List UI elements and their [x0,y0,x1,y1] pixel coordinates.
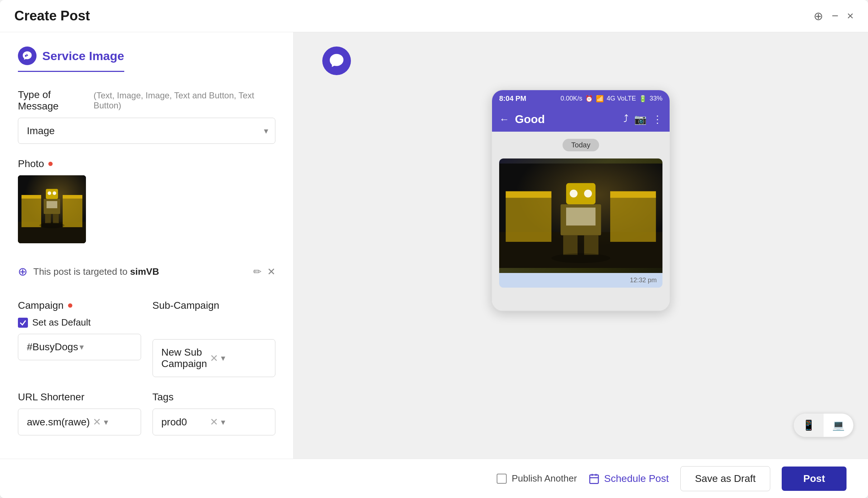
svg-rect-13 [53,214,59,223]
device-toggle: 📱 💻 [794,413,854,437]
right-panel: 8:04 PM 0.00K/s ⏰ 📶 4G VoLTE 🔋 33% ← Goo… [294,32,868,459]
svg-point-8 [48,191,51,195]
svg-point-9 [53,191,56,195]
tab-section: Service Image [18,47,275,72]
svg-rect-26 [566,208,595,225]
mobile-view-button[interactable]: 📱 [794,414,824,437]
tags-label: Tags [153,391,276,403]
viber-tab-icon [18,47,37,65]
campaign-col: Campaign Set as Default #BusyDogs ▾ [18,300,141,377]
target-info: ⊕ This post is targeted to simVB ✏ ✕ [18,258,275,285]
url-shortener-label: URL Shortener [18,391,141,403]
save-draft-button[interactable]: Save as Draft [680,466,771,491]
phone-status-bar: 8:04 PM 0.00K/s ⏰ 📶 4G VoLTE 🔋 33% [492,90,670,107]
sub-campaign-col: Sub-Campaign New Sub Campaign ✕ ▾ [153,300,276,377]
tags-col: Tags prod0 ✕ ▾ [153,391,276,435]
phone-header-icons: ⤴ 📷 ⋮ [623,113,662,125]
url-shortener-select[interactable]: awe.sm(rawe) ✕ ▾ [18,409,141,435]
svg-rect-6 [63,195,82,199]
tags-chevron-icon[interactable]: ▾ [221,417,266,427]
svg-rect-3 [21,197,41,227]
set-default-label: Set as Default [32,317,91,328]
sub-campaign-chevron-icon[interactable]: ▾ [221,353,266,363]
tags-select[interactable]: prod0 ✕ ▾ [153,409,276,435]
dialog-title: Create Post [14,8,90,24]
phone-alarm-icon: ⏰ [585,95,593,103]
url-shortener-chevron-icon[interactable]: ▾ [104,417,132,427]
phone-message-time: 12:32 pm [499,273,662,288]
campaign-select[interactable]: #BusyDogs ▾ [18,334,141,360]
pin-icon[interactable]: ⊕ [814,9,823,23]
phone-preview-scene [499,158,662,273]
required-indicator [48,162,53,166]
set-default-checkbox[interactable] [18,318,28,328]
header-actions: ⊕ − × [814,9,854,23]
schedule-post-button[interactable]: Schedule Post [588,473,669,484]
campaign-required [68,303,72,308]
url-tags-row: URL Shortener awe.sm(rawe) ✕ ▾ Tags prod… [18,391,275,435]
edit-target-button[interactable]: ✏ [253,266,261,278]
svg-rect-21 [610,191,656,198]
message-type-field: Type of Message (Text, Image, Image, Tex… [18,89,275,144]
sub-campaign-label: Sub-Campaign [153,300,276,311]
svg-point-23 [570,190,578,197]
phone-date-chip: Today [563,139,599,151]
phone-more-icon[interactable]: ⋮ [652,113,662,125]
svg-point-14 [39,223,64,228]
svg-rect-7 [46,189,58,199]
photo-label: Photo [18,158,275,170]
phone-chat-header: ← Good ⤴ 📷 ⋮ [492,107,670,132]
scene-svg [18,175,86,243]
campaign-chevron-icon[interactable]: ▾ [79,342,132,352]
campaign-row: Campaign Set as Default #BusyDogs ▾ [18,300,275,377]
phone-network-label: 4G VoLTE [607,95,636,102]
phone-share-icon[interactable]: ⤴ [623,113,628,125]
tab-label: Service Image [42,49,124,63]
phone-image-preview [499,158,662,273]
post-button[interactable]: Post [782,467,847,491]
photo-field: Photo [18,158,275,243]
svg-rect-12 [45,214,51,223]
publish-another-checkbox[interactable] [497,474,507,484]
svg-rect-20 [610,196,656,242]
message-type-select-wrapper[interactable]: Image Text Text and Button Text Button ▾ [18,118,275,144]
left-panel: Service Image Type of Message (Text, Ima… [0,32,294,459]
sub-campaign-select[interactable]: New Sub Campaign ✕ ▾ [153,339,276,377]
calendar-icon [588,473,600,484]
phone-time: 8:04 PM [499,94,526,103]
clear-target-button[interactable]: ✕ [267,266,275,278]
phone-message-bubble: 12:32 pm [499,158,662,288]
svg-rect-27 [563,235,578,255]
svg-rect-11 [47,201,57,208]
tags-clear-button[interactable]: ✕ [207,416,221,428]
phone-battery-icon: 🔋 [639,95,647,103]
message-type-label: Type of Message (Text, Image, Image, Tex… [18,89,275,112]
url-shortener-clear-button[interactable]: ✕ [90,416,104,428]
svg-rect-19 [506,191,551,198]
viber-preview-logo [322,47,351,75]
phone-network-icon: 📶 [596,95,604,103]
target-actions: ✏ ✕ [253,266,275,278]
svg-rect-5 [63,197,82,227]
chevron-down-icon[interactable]: − [832,9,839,23]
svg-rect-28 [584,235,598,255]
url-shortener-col: URL Shortener awe.sm(rawe) ✕ ▾ [18,391,141,435]
tab-service-image[interactable]: Service Image [18,47,124,72]
target-icon: ⊕ [18,265,28,278]
phone-back-icon[interactable]: ← [499,114,509,125]
phone-mockup: 8:04 PM 0.00K/s ⏰ 📶 4G VoLTE 🔋 33% ← Goo… [491,89,670,311]
phone-camera-icon[interactable]: 📷 [634,113,647,125]
photo-image [18,175,86,243]
svg-point-24 [584,190,592,197]
message-type-select[interactable]: Image Text Text and Button Text Button [18,118,275,144]
svg-point-29 [551,253,610,263]
phone-chat-body: Today [492,132,670,311]
phone-chat-name: Good [515,113,545,126]
svg-rect-4 [21,195,41,199]
close-icon[interactable]: × [847,9,854,23]
svg-rect-30 [590,475,598,483]
sub-campaign-clear-button[interactable]: ✕ [207,352,221,364]
tablet-view-button[interactable]: 💻 [824,414,853,437]
publish-another-label[interactable]: Publish Another [497,473,577,484]
photo-preview[interactable] [18,175,86,243]
